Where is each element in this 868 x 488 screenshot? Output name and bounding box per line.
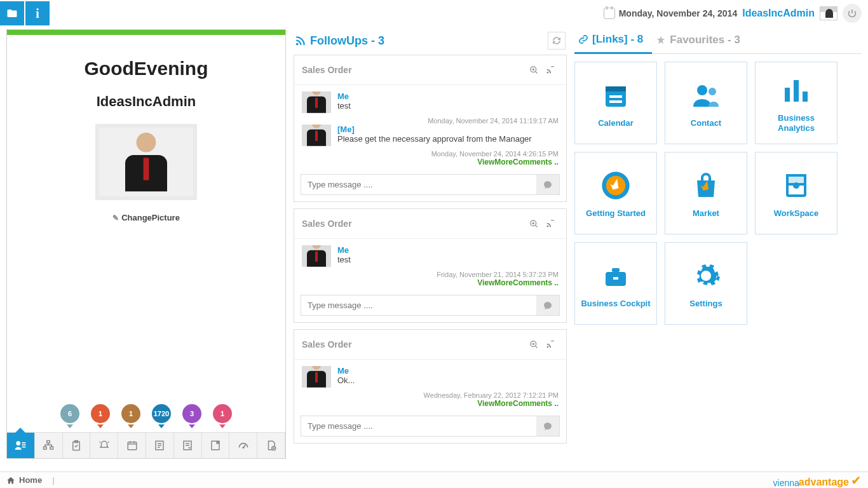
toolbar-org[interactable] bbox=[35, 433, 63, 458]
link-tile-workspace[interactable]: WorkSpace bbox=[755, 152, 837, 234]
folder-icon bbox=[6, 8, 18, 19]
zoom-icon[interactable] bbox=[526, 62, 542, 78]
toolbar-note[interactable] bbox=[202, 433, 230, 458]
view-more-link[interactable]: ViewMoreComments .. bbox=[302, 399, 559, 408]
info-button[interactable]: i bbox=[25, 1, 50, 25]
message-author: Me bbox=[337, 366, 559, 376]
svg-rect-6 bbox=[50, 447, 53, 449]
bottom-toolbar bbox=[7, 432, 285, 458]
link-tile-settings[interactable]: Settings bbox=[665, 242, 747, 325]
topbar-right: Monday, November 24, 2014 IdeasIncAdmin bbox=[604, 4, 862, 23]
message-author: Me bbox=[337, 92, 559, 101]
followup-card: Sales OrderMetestMonday, November 24, 20… bbox=[294, 55, 567, 202]
link-tile-business-analytics[interactable]: Business Analytics bbox=[755, 62, 837, 144]
svg-rect-3 bbox=[22, 447, 26, 448]
svg-rect-21 bbox=[551, 220, 554, 220]
change-picture-link[interactable]: ✎ ChangePicture bbox=[112, 213, 180, 222]
date-text: Monday, November 24, 2014 bbox=[619, 8, 737, 18]
message-input-row bbox=[301, 174, 560, 195]
pencil-icon: ✎ bbox=[112, 214, 119, 222]
folder-button[interactable] bbox=[0, 1, 24, 25]
breadcrumb[interactable]: Home | bbox=[6, 475, 55, 485]
message-row: Metest bbox=[302, 245, 559, 267]
link-tile-label: WorkSpace bbox=[774, 208, 819, 219]
toolbar-clipboard[interactable] bbox=[63, 433, 91, 458]
message-input[interactable] bbox=[301, 175, 536, 194]
toolbar-list-down[interactable] bbox=[174, 433, 202, 458]
zoom-icon[interactable] bbox=[526, 336, 542, 353]
counter-bubble[interactable]: 3 bbox=[182, 404, 201, 428]
svg-rect-9 bbox=[128, 442, 137, 450]
tabs: [Links] - 8 Favourites - 3 bbox=[574, 29, 862, 54]
followups-title: FollowUps - 3 bbox=[295, 34, 384, 48]
svg-rect-40 bbox=[612, 268, 620, 272]
message-text: Ok... bbox=[337, 376, 559, 385]
power-button[interactable] bbox=[843, 4, 862, 23]
feed-icon[interactable] bbox=[542, 62, 559, 78]
message-avatar bbox=[302, 92, 331, 113]
chevron-down-icon bbox=[189, 424, 195, 428]
send-button[interactable] bbox=[536, 416, 559, 436]
topbar: i Monday, November 24, 2014 IdeasIncAdmi… bbox=[0, 0, 868, 27]
star-icon bbox=[656, 35, 666, 45]
counter-bubble[interactable]: 1720 bbox=[152, 404, 171, 428]
toolbar-calendar[interactable] bbox=[118, 433, 146, 458]
message-input[interactable] bbox=[301, 416, 536, 436]
link-icon bbox=[578, 34, 588, 44]
link-tile-market[interactable]: Market bbox=[665, 152, 747, 234]
toolbar-contacts[interactable] bbox=[7, 433, 35, 458]
link-tile-getting-started[interactable]: Getting Started bbox=[574, 152, 657, 234]
svg-rect-26 bbox=[606, 86, 626, 92]
followup-header: Sales Order bbox=[294, 209, 566, 239]
view-more-link[interactable]: ViewMoreComments .. bbox=[302, 278, 559, 287]
rss-icon bbox=[295, 35, 306, 46]
tab-favourites[interactable]: Favourites - 3 bbox=[652, 29, 749, 53]
svg-point-20 bbox=[546, 226, 548, 227]
message-text: test bbox=[337, 255, 559, 264]
feed-icon[interactable] bbox=[542, 215, 559, 232]
toolbar-alerts[interactable] bbox=[90, 433, 118, 458]
toolbar-doc-add[interactable] bbox=[257, 433, 285, 458]
followups-header: FollowUps - 3 bbox=[294, 29, 567, 55]
zoom-icon[interactable] bbox=[526, 215, 542, 232]
svg-point-13 bbox=[243, 447, 244, 449]
avatar-mini[interactable] bbox=[820, 6, 837, 20]
refresh-button[interactable] bbox=[548, 32, 566, 50]
link-tile-contact[interactable]: Contact bbox=[665, 62, 747, 144]
message-avatar bbox=[302, 125, 331, 146]
svg-rect-41 bbox=[613, 277, 618, 280]
message-input[interactable] bbox=[301, 295, 536, 315]
accent-bar bbox=[7, 30, 285, 35]
toolbar-gauge[interactable] bbox=[229, 433, 257, 458]
link-tile-label: Getting Started bbox=[586, 208, 646, 219]
link-tile-calendar[interactable]: Calendar bbox=[574, 62, 657, 144]
followup-title: Sales Order bbox=[302, 65, 526, 75]
home-icon bbox=[6, 476, 15, 485]
link-tile-business-cockpit[interactable]: Business Cockpit bbox=[574, 242, 657, 325]
followup-header: Sales Order bbox=[294, 55, 566, 85]
feed-icon[interactable] bbox=[542, 336, 559, 353]
svg-point-23 bbox=[546, 346, 548, 348]
change-picture-label: ChangePicture bbox=[121, 213, 180, 222]
send-button[interactable] bbox=[536, 295, 559, 315]
svg-rect-5 bbox=[44, 447, 47, 449]
link-tile-icon bbox=[688, 78, 724, 113]
send-button[interactable] bbox=[536, 175, 559, 194]
link-tile-label: Business Cockpit bbox=[581, 299, 650, 309]
counter-bubble[interactable]: 1 bbox=[213, 404, 232, 428]
svg-rect-2 bbox=[22, 444, 26, 445]
link-tile-label: Calendar bbox=[598, 118, 634, 128]
message-time: Monday, November 24, 2014 11:19:17 AM bbox=[302, 117, 559, 125]
username-display[interactable]: IdeasIncAdmin bbox=[742, 8, 815, 19]
counter-bubble[interactable]: 6 bbox=[60, 404, 79, 428]
followup-body: MetestMonday, November 24, 2014 11:19:17… bbox=[294, 85, 566, 170]
message-input-row bbox=[301, 416, 560, 437]
link-grid: CalendarContactBusiness AnalyticsGetting… bbox=[574, 62, 862, 325]
link-tile-icon bbox=[598, 168, 634, 203]
counter-bubble[interactable]: 1 bbox=[91, 404, 110, 428]
counter-bubble[interactable]: 1 bbox=[121, 404, 140, 428]
view-more-link[interactable]: ViewMoreComments .. bbox=[302, 158, 559, 166]
toolbar-list[interactable] bbox=[146, 433, 174, 458]
tab-links[interactable]: [Links] - 8 bbox=[574, 29, 652, 54]
link-tile-label: Settings bbox=[689, 299, 722, 309]
